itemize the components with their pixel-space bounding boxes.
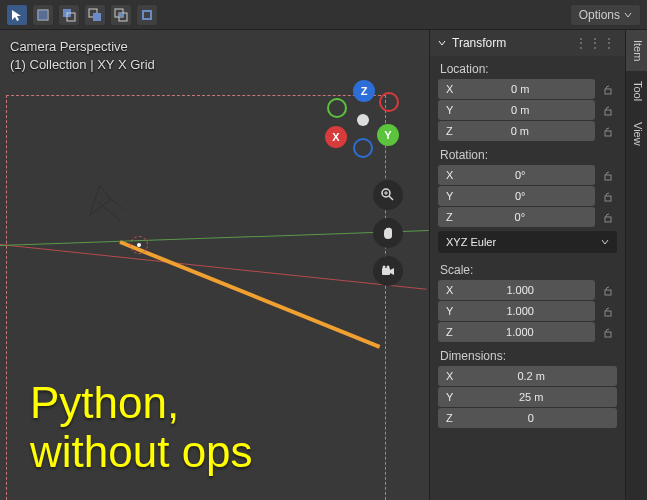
camera-object-icon	[80, 180, 130, 230]
rotation-z-field[interactable]: Z0°	[438, 207, 595, 227]
rotation-y-field[interactable]: Y0°	[438, 186, 595, 206]
tab-view[interactable]: View	[626, 112, 647, 156]
svg-point-17	[387, 266, 390, 269]
tab-item[interactable]: Item	[626, 30, 647, 71]
nav-gizmo[interactable]: Z X Y	[319, 80, 409, 170]
options-dropdown[interactable]: Options	[570, 4, 641, 26]
rotation-mode-dropdown[interactable]: XYZ Euler	[438, 231, 617, 253]
n-panel: Transform ⋮⋮⋮ Location: X0 m Y0 m Z0 m R…	[429, 30, 647, 500]
select-invert-button[interactable]	[136, 4, 158, 26]
gizmo-z-axis[interactable]: Z	[353, 80, 375, 102]
lock-icon[interactable]	[599, 302, 617, 320]
svg-rect-24	[605, 290, 611, 295]
scale-y-field[interactable]: Y1.000	[438, 301, 595, 321]
scale-label: Scale:	[430, 257, 625, 279]
svg-rect-23	[605, 217, 611, 222]
lock-icon[interactable]	[599, 80, 617, 98]
svg-rect-18	[605, 89, 611, 94]
3d-viewport[interactable]: Camera Perspective (1) Collection | XY X…	[0, 30, 429, 500]
pan-icon[interactable]	[373, 218, 403, 248]
zoom-icon[interactable]	[373, 180, 403, 210]
scale-x-field[interactable]: X1.000	[438, 280, 595, 300]
gizmo-center-icon[interactable]	[357, 114, 369, 126]
select-subtract-button[interactable]	[84, 4, 106, 26]
tab-tool[interactable]: Tool	[626, 71, 647, 111]
chevron-down-icon	[624, 11, 632, 19]
rotation-x-field[interactable]: X0°	[438, 165, 595, 185]
panel-tabs: Item Tool View	[625, 30, 647, 500]
annotation-overlay: Python, without ops	[30, 379, 253, 476]
gizmo-neg-x-icon[interactable]	[379, 92, 399, 112]
svg-rect-8	[119, 13, 123, 17]
location-z-field[interactable]: Z0 m	[438, 121, 595, 141]
disclosure-down-icon	[438, 39, 446, 47]
location-label: Location:	[430, 56, 625, 78]
lock-icon[interactable]	[599, 101, 617, 119]
scale-z-field[interactable]: Z1.000	[438, 322, 595, 342]
dim-z-field[interactable]: Z0	[438, 408, 617, 428]
gizmo-neg-y-icon[interactable]	[327, 98, 347, 118]
svg-rect-20	[605, 131, 611, 136]
chevron-down-icon	[601, 238, 609, 246]
gizmo-y-axis[interactable]: Y	[377, 124, 399, 146]
svg-rect-26	[605, 332, 611, 337]
lock-icon[interactable]	[599, 166, 617, 184]
svg-rect-25	[605, 311, 611, 316]
location-x-field[interactable]: X0 m	[438, 79, 595, 99]
gizmo-x-axis[interactable]: X	[325, 126, 347, 148]
3d-cursor-icon	[130, 236, 148, 254]
dim-y-field[interactable]: Y25 m	[438, 387, 617, 407]
svg-rect-19	[605, 110, 611, 115]
svg-point-16	[383, 266, 386, 269]
gizmo-neg-z-icon[interactable]	[353, 138, 373, 158]
location-y-field[interactable]: Y0 m	[438, 100, 595, 120]
dim-x-field[interactable]: X0.2 m	[438, 366, 617, 386]
rotation-label: Rotation:	[430, 142, 625, 164]
panel-title: Transform	[452, 36, 506, 50]
camera-view-icon[interactable]	[373, 256, 403, 286]
options-label: Options	[579, 8, 620, 22]
svg-rect-5	[93, 13, 101, 21]
svg-rect-1	[38, 10, 48, 20]
svg-rect-15	[382, 268, 390, 275]
svg-rect-10	[144, 12, 150, 18]
lock-icon[interactable]	[599, 208, 617, 226]
svg-line-12	[389, 196, 393, 200]
lock-icon[interactable]	[599, 281, 617, 299]
lock-icon[interactable]	[599, 187, 617, 205]
lock-icon[interactable]	[599, 323, 617, 341]
dimensions-label: Dimensions:	[430, 343, 625, 365]
cursor-tool-button[interactable]	[6, 4, 28, 26]
svg-rect-21	[605, 175, 611, 180]
top-toolbar: Options	[0, 0, 647, 30]
drag-handle-icon[interactable]: ⋮⋮⋮	[575, 36, 617, 50]
lock-icon[interactable]	[599, 122, 617, 140]
viewport-info-text: Camera Perspective (1) Collection | XY X…	[10, 38, 155, 74]
select-extend-button[interactable]	[58, 4, 80, 26]
transform-panel-header[interactable]: Transform ⋮⋮⋮	[430, 30, 625, 56]
svg-rect-22	[605, 196, 611, 201]
select-box-button[interactable]	[32, 4, 54, 26]
select-intersect-button[interactable]	[110, 4, 132, 26]
